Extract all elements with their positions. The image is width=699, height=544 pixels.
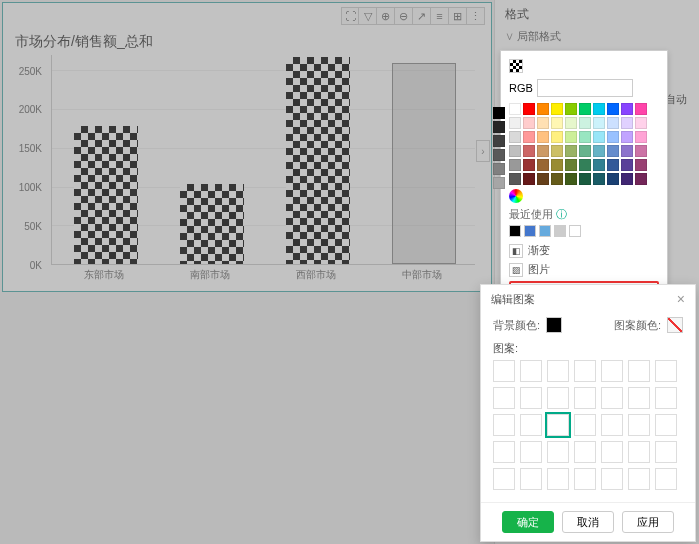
gradient-option[interactable]: ◧渐变 [509, 243, 659, 258]
palette-cell[interactable] [537, 173, 549, 185]
palette-cell[interactable] [537, 145, 549, 157]
palette-cell[interactable] [523, 131, 535, 143]
palette-cell[interactable] [509, 173, 521, 185]
palette-cell[interactable] [607, 145, 619, 157]
pattern-cell[interactable] [628, 468, 650, 490]
pattern-cell[interactable] [601, 441, 623, 463]
palette-cell[interactable] [523, 159, 535, 171]
pattern-cell[interactable] [574, 414, 596, 436]
palette-cell[interactable] [635, 159, 647, 171]
pattern-cell[interactable] [655, 387, 677, 409]
palette-cell[interactable] [621, 103, 633, 115]
color-palette[interactable] [509, 103, 659, 185]
pattern-cell[interactable] [493, 441, 515, 463]
palette-cell[interactable] [493, 177, 505, 189]
palette-cell[interactable] [621, 159, 633, 171]
palette-cell[interactable] [635, 145, 647, 157]
pattern-cell[interactable] [655, 360, 677, 382]
pattern-cell[interactable] [574, 468, 596, 490]
pattern-cell[interactable] [601, 414, 623, 436]
palette-cell[interactable] [523, 103, 535, 115]
recent-color[interactable] [554, 225, 566, 237]
pattern-cell[interactable] [628, 387, 650, 409]
palette-cell[interactable] [551, 173, 563, 185]
recent-color[interactable] [539, 225, 551, 237]
palette-cell[interactable] [493, 163, 505, 175]
palette-cell[interactable] [593, 159, 605, 171]
close-icon[interactable]: × [677, 291, 685, 307]
pattern-color-swatch[interactable] [667, 317, 683, 333]
rgb-input[interactable] [537, 79, 633, 97]
palette-cell[interactable] [621, 131, 633, 143]
palette-cell[interactable] [635, 131, 647, 143]
apply-button[interactable]: 应用 [622, 511, 674, 533]
recent-color[interactable] [524, 225, 536, 237]
palette-cell[interactable] [551, 103, 563, 115]
palette-cell[interactable] [593, 131, 605, 143]
pattern-cell[interactable] [547, 468, 569, 490]
pattern-cell[interactable] [493, 387, 515, 409]
pattern-cell[interactable] [520, 414, 542, 436]
palette-cell[interactable] [509, 159, 521, 171]
bg-color-swatch[interactable] [546, 317, 562, 333]
palette-cell[interactable] [579, 103, 591, 115]
palette-cell[interactable] [635, 117, 647, 129]
pattern-cell[interactable] [574, 441, 596, 463]
palette-cell[interactable] [537, 117, 549, 129]
palette-cell[interactable] [565, 173, 577, 185]
pattern-cell[interactable] [601, 468, 623, 490]
palette-cell[interactable] [551, 117, 563, 129]
palette-cell[interactable] [537, 131, 549, 143]
palette-cell[interactable] [523, 117, 535, 129]
pattern-cell[interactable] [547, 441, 569, 463]
palette-cell[interactable] [607, 103, 619, 115]
current-color-swatch[interactable] [509, 59, 523, 73]
palette-cell[interactable] [579, 117, 591, 129]
pattern-grid[interactable] [493, 360, 683, 490]
palette-cell[interactable] [493, 121, 505, 133]
palette-cell[interactable] [509, 145, 521, 157]
pattern-cell[interactable] [574, 387, 596, 409]
palette-cell[interactable] [537, 159, 549, 171]
pattern-cell[interactable] [493, 360, 515, 382]
palette-cell[interactable] [621, 145, 633, 157]
palette-cell[interactable] [579, 131, 591, 143]
image-option[interactable]: ▨图片 [509, 262, 659, 277]
pattern-cell[interactable] [547, 414, 569, 436]
palette-cell[interactable] [551, 145, 563, 157]
palette-cell[interactable] [509, 117, 521, 129]
pattern-cell[interactable] [628, 441, 650, 463]
palette-cell[interactable] [593, 173, 605, 185]
palette-cell[interactable] [607, 117, 619, 129]
palette-cell[interactable] [579, 173, 591, 185]
pattern-cell[interactable] [655, 414, 677, 436]
palette-cell[interactable] [565, 117, 577, 129]
grayscale-palette[interactable] [493, 107, 505, 189]
pattern-cell[interactable] [601, 387, 623, 409]
pattern-cell[interactable] [547, 387, 569, 409]
palette-cell[interactable] [579, 145, 591, 157]
pattern-cell[interactable] [574, 360, 596, 382]
pattern-cell[interactable] [628, 360, 650, 382]
pattern-cell[interactable] [655, 441, 677, 463]
palette-cell[interactable] [621, 117, 633, 129]
palette-cell[interactable] [493, 149, 505, 161]
palette-cell[interactable] [551, 159, 563, 171]
palette-cell[interactable] [593, 145, 605, 157]
palette-cell[interactable] [635, 103, 647, 115]
palette-cell[interactable] [493, 107, 505, 119]
palette-cell[interactable] [593, 117, 605, 129]
palette-cell[interactable] [565, 103, 577, 115]
palette-cell[interactable] [607, 131, 619, 143]
pattern-cell[interactable] [520, 387, 542, 409]
palette-cell[interactable] [493, 135, 505, 147]
recent-color[interactable] [509, 225, 521, 237]
palette-cell[interactable] [565, 145, 577, 157]
palette-cell[interactable] [635, 173, 647, 185]
palette-cell[interactable] [509, 131, 521, 143]
pattern-cell[interactable] [628, 414, 650, 436]
pattern-cell[interactable] [520, 441, 542, 463]
color-wheel-icon[interactable] [509, 189, 523, 203]
pattern-cell[interactable] [520, 360, 542, 382]
recent-color[interactable] [569, 225, 581, 237]
